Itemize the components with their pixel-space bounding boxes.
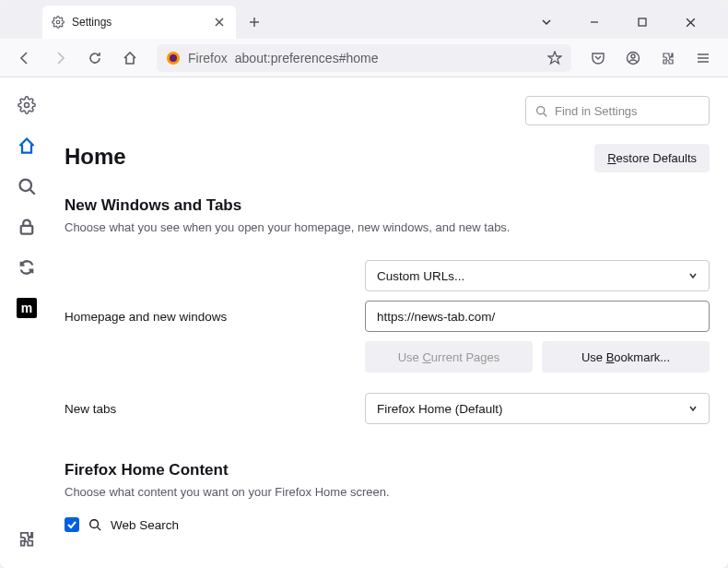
back-button[interactable]	[11, 44, 39, 72]
homepage-mode-select[interactable]: Custom URLs...	[365, 260, 710, 291]
mozilla-logo-icon: m	[17, 298, 37, 318]
urlbar-product: Firefox	[188, 51, 228, 65]
gear-icon	[52, 16, 65, 29]
account-button[interactable]	[619, 44, 647, 72]
close-icon[interactable]	[212, 15, 227, 30]
maximize-button[interactable]	[627, 9, 658, 35]
star-icon[interactable]	[547, 51, 562, 65]
select-value: Custom URLs...	[377, 269, 464, 283]
restore-defaults-button[interactable]: Restore Defaults	[594, 144, 710, 172]
sidebar-extensions[interactable]	[16, 527, 38, 550]
forward-button[interactable]	[46, 44, 74, 72]
use-bookmark-button[interactable]: Use Bookmark...	[542, 341, 710, 373]
content-area: m Find in Settings Home Restore Defaults…	[0, 77, 728, 568]
use-current-pages-button[interactable]: Use Current Pages	[365, 341, 533, 373]
urlbar-url: about:preferences#home	[235, 51, 379, 65]
svg-point-6	[25, 103, 29, 108]
sidebar-more[interactable]: m	[16, 297, 38, 319]
sidebar-sync[interactable]	[16, 256, 38, 278]
section-new-windows-title: New Windows and Tabs	[65, 196, 710, 215]
section-home-content-title: Firefox Home Content	[65, 461, 710, 479]
new-tab-button[interactable]	[241, 9, 267, 35]
minimize-button[interactable]	[579, 9, 610, 35]
sidebar-general[interactable]	[16, 94, 38, 116]
sidebar-home[interactable]	[16, 135, 38, 157]
pocket-button[interactable]	[584, 44, 612, 72]
home-button[interactable]	[116, 44, 144, 72]
search-icon	[88, 518, 101, 531]
sidebar-privacy[interactable]	[16, 216, 38, 238]
url-bar[interactable]: Firefox about:preferences#home	[157, 44, 571, 72]
page-title: Home	[65, 144, 126, 170]
reload-button[interactable]	[81, 44, 109, 72]
main-content: Find in Settings Home Restore Defaults N…	[53, 77, 728, 568]
find-in-settings[interactable]: Find in Settings	[525, 96, 710, 125]
browser-tab[interactable]: Settings	[42, 6, 236, 39]
window-controls	[531, 9, 724, 35]
svg-point-3	[170, 54, 177, 62]
homepage-url-input[interactable]	[365, 301, 710, 332]
svg-point-0	[56, 20, 60, 24]
extensions-button[interactable]	[654, 44, 682, 72]
svg-rect-8	[21, 226, 33, 234]
newtabs-mode-select[interactable]: Firefox Home (Default)	[365, 393, 710, 424]
svg-rect-1	[639, 18, 646, 26]
search-icon	[535, 105, 547, 117]
chevron-down-icon[interactable]	[531, 9, 562, 35]
websearch-checkbox[interactable]	[65, 517, 79, 532]
svg-point-5	[631, 54, 635, 58]
svg-point-7	[20, 180, 32, 192]
section-home-content-desc: Choose what content you want on your Fir…	[65, 485, 710, 499]
svg-point-9	[537, 106, 545, 113]
websearch-label: Web Search	[111, 518, 179, 532]
firefox-logo-icon	[166, 51, 181, 65]
tab-title: Settings	[72, 16, 112, 29]
section-new-windows-desc: Choose what you see when you open your h…	[65, 220, 710, 234]
find-placeholder: Find in Settings	[555, 104, 638, 118]
homepage-label: Homepage and new windows	[65, 310, 365, 324]
chevron-down-icon	[688, 404, 698, 413]
chevron-down-icon	[688, 271, 698, 280]
sidebar-search[interactable]	[16, 175, 38, 197]
select-value: Firefox Home (Default)	[377, 402, 503, 416]
navigation-toolbar: Firefox about:preferences#home	[0, 39, 728, 77]
svg-point-10	[90, 520, 99, 528]
newtabs-label: New tabs	[65, 402, 365, 416]
close-button[interactable]	[675, 9, 706, 35]
menu-button[interactable]	[689, 44, 717, 72]
settings-sidebar: m	[0, 77, 53, 568]
titlebar: Settings	[0, 0, 728, 39]
